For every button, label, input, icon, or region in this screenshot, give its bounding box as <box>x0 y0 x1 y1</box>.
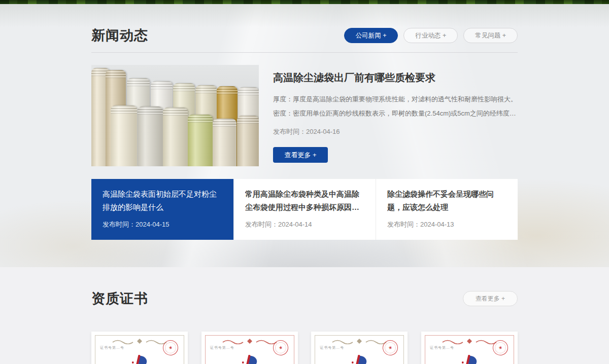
date-label: 发布时间： <box>387 221 420 228</box>
tab-industry-news[interactable]: 行业动态 + <box>403 28 458 43</box>
certificate-number: 证书号第…号 <box>430 345 454 350</box>
news-section: 新闻动态 公司新闻 + 行业动态 + 常见问题 + <box>0 4 609 267</box>
filter-bag-graphic <box>111 105 137 166</box>
certificate-flourish-icon <box>331 338 387 344</box>
filter-bag-graphic <box>237 116 259 166</box>
certificate-card[interactable]: 证书号第…号 实用新型专利证书 <box>311 332 408 364</box>
header-divider <box>91 52 518 53</box>
certificate-flourish-icon <box>442 338 497 344</box>
date-label: 发布时间： <box>103 221 136 228</box>
date-label: 发布时间： <box>245 221 278 228</box>
featured-article: 高温除尘滤袋出厂前有哪些质检要求 厚度：厚度是高温除尘袋的重要物理系统性能，对滤… <box>91 65 518 166</box>
tab-company-news[interactable]: 公司新闻 + <box>344 28 398 43</box>
patent-logo-icon <box>349 354 370 364</box>
view-more-button[interactable]: 查看更多 + <box>273 147 328 163</box>
filter-bag-graphic <box>138 106 163 166</box>
certificate-number: 证书号第…号 <box>100 345 124 350</box>
certificate-list: 证书号第…号 实用新型专利证书 证书号第…号 发明专利证书 <box>91 332 518 364</box>
news-card[interactable]: 除尘滤袋操作不妥会呈现哪些问题，应该怎么处理 发布时间：2024-04-13 <box>376 179 518 240</box>
news-card-date: 发布时间：2024-04-14 <box>245 220 364 229</box>
certificate-number: 证书号第…号 <box>210 345 234 350</box>
featured-article-date: 发布时间：2024-04-16 <box>273 127 518 136</box>
patent-logo-icon <box>459 354 480 364</box>
patent-logo-icon <box>129 354 150 364</box>
certificate-flourish-icon <box>222 338 278 344</box>
certificates-section-title: 资质证书 <box>91 289 148 308</box>
news-tabs: 公司新闻 + 行业动态 + 常见问题 + <box>344 28 518 43</box>
date-value: 2024-04-16 <box>306 128 340 135</box>
filter-bag-graphic <box>188 115 213 166</box>
certificate-flourish-icon <box>112 338 167 344</box>
filter-bag-graphic <box>213 119 236 166</box>
patent-logo-icon <box>239 354 260 364</box>
news-card-title: 高温除尘袋表面初始层不足对粉尘排放的影响是什么 <box>103 188 222 214</box>
tab-faq[interactable]: 常见问题 + <box>463 28 518 43</box>
featured-article-excerpt: 厚度：厚度是高温除尘袋的重要物理系统性能，对滤料的透气性和耐磨性影响很大。密度：… <box>273 92 518 121</box>
certificates-section: 资质证书 查看更多 + 证书号第…号 实用新型专利证书 证书号第…号 <box>0 267 609 364</box>
certificate-card[interactable]: 证书号第…号 发明专利证书 <box>201 332 298 364</box>
news-card-date: 发布时间：2024-04-13 <box>387 220 506 229</box>
certificates-view-more-button[interactable]: 查看更多 + <box>463 291 518 306</box>
filter-bag-graphic <box>163 107 188 166</box>
date-value: 2024-04-14 <box>278 221 312 228</box>
news-card-list: 高温除尘袋表面初始层不足对粉尘排放的影响是什么 发布时间：2024-04-15 … <box>91 179 518 240</box>
date-value: 2024-04-13 <box>420 221 454 228</box>
news-section-title: 新闻动态 <box>91 26 148 45</box>
tree-banner-strip <box>0 0 609 4</box>
featured-article-image[interactable] <box>91 65 259 166</box>
certificate-number: 证书号第…号 <box>320 345 344 350</box>
date-label: 发布时间： <box>273 128 306 135</box>
news-card[interactable]: 高温除尘袋表面初始层不足对粉尘排放的影响是什么 发布时间：2024-04-15 <box>91 179 233 240</box>
featured-article-body: 高温除尘滤袋出厂前有哪些质检要求 厚度：厚度是高温除尘袋的重要物理系统性能，对滤… <box>259 65 518 166</box>
news-card-date: 发布时间：2024-04-15 <box>103 220 222 229</box>
news-card-title: 常用高温除尘布袋种类及中高温除尘布袋使用过程中多种损坏原因分析 <box>245 188 364 214</box>
certificate-card[interactable]: 证书号第…号 实用新型专利证书 <box>91 332 188 364</box>
certificate-card[interactable]: 证书号第…号 发明专利证书 <box>421 332 518 364</box>
featured-article-title[interactable]: 高温除尘滤袋出厂前有哪些质检要求 <box>273 71 518 85</box>
news-card[interactable]: 常用高温除尘布袋种类及中高温除尘布袋使用过程中多种损坏原因分析 发布时间：202… <box>233 179 376 240</box>
news-card-title: 除尘滤袋操作不妥会呈现哪些问题，应该怎么处理 <box>387 188 506 214</box>
date-value: 2024-04-15 <box>136 221 170 228</box>
news-header: 新闻动态 公司新闻 + 行业动态 + 常见问题 + <box>91 4 518 45</box>
certificates-header: 资质证书 查看更多 + <box>91 267 518 308</box>
